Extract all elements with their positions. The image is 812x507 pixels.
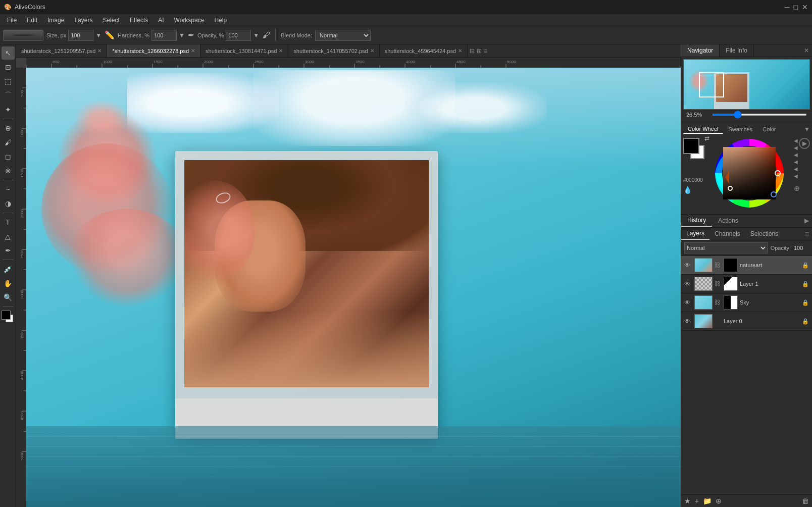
opacity-input[interactable] <box>226 30 251 41</box>
new-group-icon[interactable]: 📁 <box>703 497 712 505</box>
maximize-button[interactable]: □ <box>794 3 798 11</box>
tab-color-wheel[interactable]: Color Wheel <box>683 124 723 134</box>
tab-color[interactable]: Color <box>758 125 780 134</box>
panel-close-icon[interactable]: ✕ <box>801 47 812 54</box>
tab-close-4[interactable]: ✕ <box>458 48 462 54</box>
tab-fileinfo[interactable]: File Info <box>720 44 754 57</box>
layer-blend-mode[interactable]: Normal Multiply Screen <box>684 242 768 254</box>
layer-lock-natureart[interactable]: 🔒 <box>802 262 809 269</box>
delete-layer-icon[interactable]: 🗑 <box>802 497 809 505</box>
tool-magic-wand[interactable]: ✦ <box>2 103 15 116</box>
layer-vis-layer0[interactable]: 👁 <box>684 318 692 325</box>
tool-move[interactable]: ↖ <box>2 46 15 60</box>
menu-help[interactable]: Help <box>209 16 232 25</box>
wheel-arrow-5[interactable]: ◀ <box>794 166 800 172</box>
fg-color-box[interactable] <box>2 311 11 320</box>
minimize-button[interactable]: ─ <box>785 3 790 11</box>
wheel-arrow-2[interactable]: ◀ <box>794 145 800 150</box>
menu-file[interactable]: File <box>2 16 22 25</box>
layer-lock-layer1[interactable]: 🔒 <box>802 281 809 287</box>
color-replace-icon[interactable]: 🖌 <box>262 31 270 40</box>
history-menu-icon[interactable]: ▶ <box>801 217 812 224</box>
wheel-arrow-1[interactable]: ◀ <box>794 138 800 143</box>
tab-close-0[interactable]: ✕ <box>97 48 102 54</box>
tool-dodge[interactable]: ◑ <box>2 197 15 210</box>
zoom-value[interactable]: 26.5% <box>686 112 709 118</box>
menu-select[interactable]: Select <box>97 16 124 25</box>
size-dropdown-icon[interactable]: ▼ <box>95 32 102 39</box>
layer-vis-sky[interactable]: 👁 <box>684 299 692 306</box>
swap-colors-icon[interactable]: ⇄ <box>704 135 709 142</box>
tool-eyedropper[interactable]: 💉 <box>2 263 15 276</box>
hardness-dropdown-icon[interactable]: ▼ <box>179 32 185 39</box>
close-button[interactable]: ✕ <box>802 3 808 11</box>
layers-menu-icon[interactable]: ≡ <box>802 230 812 238</box>
hardness-input[interactable] <box>151 30 177 41</box>
layer-vis-layer1[interactable]: 👁 <box>684 280 692 287</box>
layer-row-layer0[interactable]: 👁 Layer 0 🔒 <box>681 312 812 331</box>
tab-close-3[interactable]: ✕ <box>370 48 374 54</box>
foreground-swatch[interactable] <box>683 138 699 154</box>
tool-lasso[interactable]: ⌒ <box>2 89 15 102</box>
menu-edit[interactable]: Edit <box>22 16 42 25</box>
navigator-viewport-rect[interactable] <box>699 72 724 97</box>
tab-history[interactable]: History <box>681 215 712 227</box>
saturation-box[interactable] <box>723 147 776 199</box>
tab-2[interactable]: shutterstock_130814471.psd ✕ <box>200 44 288 58</box>
menu-effects[interactable]: Effects <box>125 16 153 25</box>
wheel-arrow-4[interactable]: ◀ <box>794 159 800 165</box>
tab-4[interactable]: shutterstock_459645424.psd ✕ <box>380 44 468 58</box>
tool-selection[interactable]: ⬚ <box>2 75 15 88</box>
tab-swatches[interactable]: Swatches <box>724 125 757 134</box>
layer-lock-layer0[interactable]: 🔒 <box>802 318 809 325</box>
blend-mode-toolbar[interactable]: Normal Multiply Screen Overlay <box>315 30 371 41</box>
tab-1[interactable]: *shutterstock_1266032278.psd ✕ <box>107 44 200 58</box>
tool-pen[interactable]: ✒ <box>2 244 15 257</box>
color-target-icon[interactable]: ⊕ <box>794 184 800 192</box>
eyedropper-icon[interactable]: 💧 <box>683 186 711 194</box>
tab-0[interactable]: shutterstock_1251209557.psd ✕ <box>16 44 107 58</box>
layer-row-sky[interactable]: 👁 ⛓ Sky 🔒 <box>681 293 812 312</box>
menu-ai[interactable]: AI <box>153 16 169 25</box>
tool-clone[interactable]: ⊗ <box>2 164 15 177</box>
tab-close-1[interactable]: ✕ <box>191 48 195 54</box>
menu-layers[interactable]: Layers <box>69 16 97 25</box>
airbrush-icon[interactable]: ✒ <box>188 30 194 40</box>
play-button[interactable]: ▶ <box>799 138 810 149</box>
tool-brush[interactable]: 🖌 <box>2 136 15 149</box>
tab-navigator[interactable]: Navigator <box>681 44 720 57</box>
tool-hand[interactable]: ✋ <box>2 277 15 290</box>
tab-selections[interactable]: Selections <box>745 228 783 239</box>
tab-menu-icon[interactable]: ≡ <box>484 47 487 55</box>
tab-3[interactable]: shutterstock_1417055702.psd ✕ <box>288 44 379 58</box>
tool-text[interactable]: T <box>2 216 15 229</box>
brush-type-icon[interactable]: ✏️ <box>105 30 115 40</box>
tab-list-icon[interactable]: ⊟ <box>470 47 475 55</box>
zoom-slider[interactable] <box>712 114 807 116</box>
tool-healing[interactable]: ⊕ <box>2 122 15 135</box>
tab-close-2[interactable]: ✕ <box>279 48 283 54</box>
layer-row-natureart[interactable]: 👁 ⛓ natureart 🔒 <box>681 256 812 275</box>
color-wheel-svg[interactable] <box>714 138 785 209</box>
opacity-dropdown-icon[interactable]: ▼ <box>253 32 259 39</box>
layer-row-layer1[interactable]: 👁 ⛓ Layer 1 🔒 <box>681 275 812 293</box>
add-style-icon[interactable]: ★ <box>684 497 691 505</box>
tool-zoom[interactable]: 🔍 <box>2 291 15 304</box>
tab-actions[interactable]: Actions <box>712 215 744 226</box>
tool-shape[interactable]: △ <box>2 230 15 243</box>
layer-vis-natureart[interactable]: 👁 <box>684 262 692 269</box>
tool-crop[interactable]: ⊡ <box>2 61 15 74</box>
tool-smudge[interactable]: ~ <box>2 183 15 196</box>
size-input[interactable] <box>68 30 93 41</box>
color-panel-menu[interactable]: ▼ <box>804 126 810 133</box>
tool-eraser[interactable]: ◻ <box>2 150 15 163</box>
menu-image[interactable]: Image <box>42 16 69 25</box>
merge-icon[interactable]: ⊕ <box>716 497 722 505</box>
tab-channels[interactable]: Channels <box>709 228 745 239</box>
tab-layers[interactable]: Layers <box>681 228 709 240</box>
canvas-wrapper[interactable]: 800 1000 1500 2000 2500 <box>16 58 681 507</box>
canvas-content[interactable] <box>26 68 681 507</box>
layer-lock-sky[interactable]: 🔒 <box>802 299 809 306</box>
wheel-arrow-6[interactable]: ◀ <box>794 173 800 179</box>
menu-workspace[interactable]: Workspace <box>169 16 210 25</box>
